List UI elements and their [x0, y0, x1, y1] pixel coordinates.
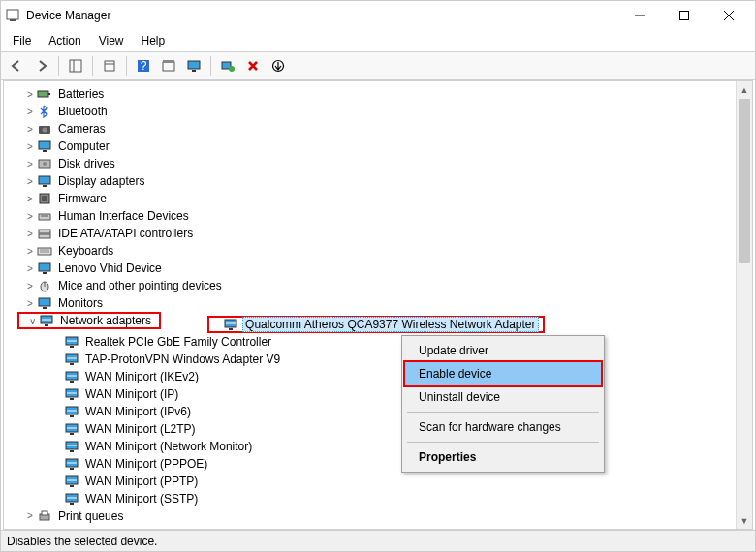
tree-category[interactable]: >Print queues — [4, 507, 752, 525]
device-label: WAN Miniport (IKEv2) — [83, 370, 201, 383]
expand-arrow-icon[interactable]: > — [23, 176, 37, 187]
svg-rect-23 — [39, 141, 50, 149]
svg-rect-57 — [70, 381, 74, 383]
ctx-scan-hardware[interactable]: Scan for hardware changes — [405, 415, 601, 439]
back-button[interactable] — [5, 54, 28, 77]
svg-rect-54 — [70, 363, 74, 365]
vertical-scrollbar[interactable]: ▲ ▼ — [736, 81, 752, 529]
expand-arrow-icon[interactable]: > — [23, 229, 37, 239]
device-tree[interactable]: >Batteries>Bluetooth>Cameras>Computer>Di… — [4, 81, 752, 529]
svg-rect-14 — [188, 61, 200, 69]
minimize-button[interactable] — [617, 2, 662, 29]
menu-file[interactable]: File — [5, 32, 39, 49]
expand-arrow-icon[interactable]: > — [23, 124, 37, 135]
network-adapter-icon — [64, 404, 79, 419]
tree-device[interactable]: WAN Miniport (L2TP) — [4, 420, 752, 438]
tree-category[interactable]: >Lenovo Vhid Device — [4, 260, 752, 277]
ctx-properties[interactable]: Properties — [405, 445, 601, 469]
svg-rect-42 — [39, 298, 50, 306]
tree-device[interactable]: Qualcomm Atheros QCA9377 Wireless Networ… — [207, 316, 544, 333]
network-adapter-icon — [64, 386, 79, 402]
collapse-arrow-icon[interactable]: ∨ — [25, 316, 39, 326]
category-label: Mice and other pointing devices — [56, 279, 224, 292]
ctx-uninstall-device[interactable]: Uninstall device — [405, 385, 601, 409]
tree-category[interactable]: >Human Interface Devices — [4, 207, 752, 225]
tree-device[interactable]: WAN Miniport (SSTP) — [4, 490, 752, 507]
monitor-icon — [37, 173, 52, 189]
tree-category-network-adapters[interactable]: ∨Network adapters — [17, 312, 161, 329]
tree-device[interactable]: WAN Miniport (PPTP) — [4, 473, 752, 490]
toolbar: ? — [1, 51, 755, 80]
expand-arrow-icon[interactable]: > — [23, 510, 37, 521]
close-button[interactable] — [707, 2, 751, 29]
display-button[interactable] — [182, 54, 205, 77]
show-hide-tree-button[interactable] — [64, 54, 87, 77]
tree-category[interactable]: >Mice and other pointing devices — [4, 277, 752, 294]
network-adapter-icon — [223, 317, 238, 332]
ctx-update-driver[interactable]: Update driver — [405, 339, 601, 362]
category-label: Firmware — [56, 192, 109, 205]
network-adapter-icon — [64, 369, 79, 384]
expand-arrow-icon[interactable]: > — [23, 194, 37, 204]
device-label: TAP-ProtonVPN Windows Adapter V9 — [83, 353, 282, 366]
delete-button[interactable] — [241, 54, 265, 77]
category-label: Batteries — [56, 87, 106, 101]
scrollbar-thumb[interactable] — [739, 99, 750, 263]
tree-category[interactable]: >Firmware — [4, 190, 752, 207]
expand-arrow-icon[interactable]: > — [23, 141, 37, 152]
tree-category[interactable]: >Computer — [4, 138, 752, 155]
forward-button[interactable] — [30, 54, 53, 77]
scan-hardware-button[interactable] — [216, 54, 239, 77]
device-label: WAN Miniport (PPTP) — [83, 475, 200, 488]
menu-action[interactable]: Action — [41, 32, 88, 49]
expand-arrow-icon[interactable]: > — [23, 89, 37, 100]
scroll-down-arrow[interactable]: ▼ — [737, 512, 752, 529]
menu-help[interactable]: Help — [134, 32, 173, 49]
tree-device[interactable]: TAP-ProtonVPN Windows Adapter V9 — [4, 351, 752, 368]
expand-arrow-icon[interactable]: > — [23, 281, 37, 291]
printer-icon — [37, 508, 52, 524]
tree-category[interactable]: >Keyboards — [4, 242, 752, 260]
maximize-button[interactable] — [662, 2, 707, 29]
network-adapter-icon — [64, 456, 79, 472]
action-button[interactable] — [157, 54, 180, 77]
tree-device[interactable]: WAN Miniport (PPPOE) — [4, 455, 752, 473]
monitor-icon — [37, 138, 52, 154]
svg-rect-48 — [229, 328, 233, 330]
device-label: WAN Miniport (PPPOE) — [83, 457, 209, 471]
tree-device[interactable]: WAN Miniport (IP) — [4, 385, 752, 403]
tree-category[interactable]: >Monitors — [4, 294, 752, 312]
tree-category[interactable]: >Cameras — [4, 120, 752, 138]
properties-button[interactable] — [98, 54, 121, 77]
tree-device[interactable]: WAN Miniport (IPv6) — [4, 403, 752, 420]
svg-rect-60 — [70, 398, 74, 400]
expand-arrow-icon[interactable]: > — [23, 298, 37, 309]
svg-rect-78 — [70, 503, 74, 505]
tree-category[interactable]: >IDE ATA/ATAPI controllers — [4, 225, 752, 242]
tree-device[interactable]: WAN Miniport (IKEv2) — [4, 368, 752, 385]
svg-rect-75 — [70, 485, 74, 487]
device-tree-panel: >Batteries>Bluetooth>Cameras>Computer>Di… — [3, 80, 753, 530]
network-adapter-icon — [64, 421, 79, 437]
category-label: Cameras — [56, 122, 108, 136]
expand-arrow-icon[interactable]: > — [23, 107, 37, 117]
network-adapter-icon — [64, 352, 79, 367]
ctx-enable-device[interactable]: Enable device — [405, 362, 601, 385]
tree-category[interactable]: >Batteries — [4, 85, 752, 103]
expand-arrow-icon[interactable]: > — [23, 246, 37, 257]
svg-rect-72 — [70, 468, 74, 470]
tree-category[interactable]: >Display adapters — [4, 172, 752, 190]
expand-arrow-icon[interactable]: > — [23, 159, 37, 169]
enable-device-button[interactable] — [267, 54, 290, 77]
expand-arrow-icon[interactable]: > — [23, 263, 37, 274]
expand-arrow-icon[interactable]: > — [23, 211, 37, 222]
scroll-up-arrow[interactable]: ▲ — [737, 81, 752, 98]
tree-device[interactable]: Realtek PCIe GbE Family Controller — [4, 333, 752, 351]
tree-category[interactable]: >Disk drives — [4, 155, 752, 172]
monitor-icon — [37, 295, 52, 311]
svg-rect-1 — [10, 19, 16, 21]
menu-view[interactable]: View — [91, 32, 132, 49]
tree-category[interactable]: >Bluetooth — [4, 103, 752, 120]
tree-device[interactable]: WAN Miniport (Network Monitor) — [4, 438, 752, 455]
help-button[interactable]: ? — [132, 54, 155, 77]
